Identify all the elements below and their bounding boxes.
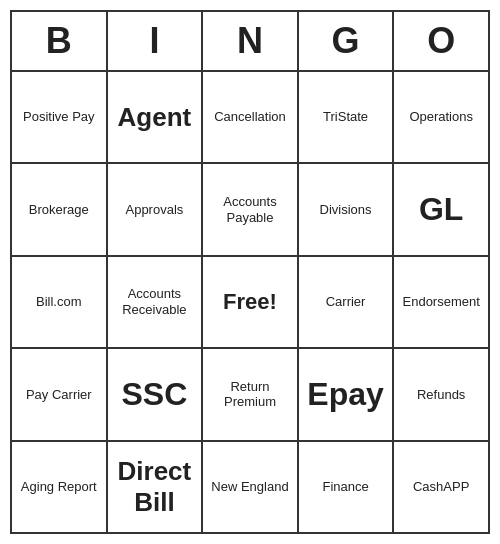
bingo-cell-0-3: TriState [299, 72, 395, 162]
bingo-cell-0-1: Agent [108, 72, 204, 162]
header-letter-n: N [203, 12, 299, 70]
bingo-row-2: Bill.comAccounts ReceivableFree!CarrierE… [12, 257, 488, 349]
bingo-cell-0-0: Positive Pay [12, 72, 108, 162]
bingo-cell-4-3: Finance [299, 442, 395, 532]
bingo-cell-1-0: Brokerage [12, 164, 108, 254]
bingo-grid: Positive PayAgentCancellationTriStateOpe… [12, 72, 488, 532]
bingo-row-3: Pay CarrierSSCReturn PremiumEpayRefunds [12, 349, 488, 441]
bingo-cell-4-4: CashAPP [394, 442, 488, 532]
bingo-row-0: Positive PayAgentCancellationTriStateOpe… [12, 72, 488, 164]
bingo-cell-2-3: Carrier [299, 257, 395, 347]
bingo-cell-0-4: Operations [394, 72, 488, 162]
bingo-header: BINGO [12, 12, 488, 72]
bingo-cell-4-1: Direct Bill [108, 442, 204, 532]
bingo-cell-4-2: New England [203, 442, 299, 532]
bingo-cell-3-2: Return Premium [203, 349, 299, 439]
bingo-cell-1-1: Approvals [108, 164, 204, 254]
bingo-cell-3-1: SSC [108, 349, 204, 439]
header-letter-i: I [108, 12, 204, 70]
bingo-cell-2-2: Free! [203, 257, 299, 347]
bingo-cell-1-3: Divisions [299, 164, 395, 254]
bingo-row-4: Aging ReportDirect BillNew EnglandFinanc… [12, 442, 488, 532]
bingo-cell-2-4: Endorsement [394, 257, 488, 347]
bingo-cell-3-0: Pay Carrier [12, 349, 108, 439]
bingo-row-1: BrokerageApprovalsAccounts PayableDivisi… [12, 164, 488, 256]
header-letter-b: B [12, 12, 108, 70]
bingo-cell-0-2: Cancellation [203, 72, 299, 162]
bingo-cell-1-2: Accounts Payable [203, 164, 299, 254]
header-letter-o: O [394, 12, 488, 70]
header-letter-g: G [299, 12, 395, 70]
bingo-card: BINGO Positive PayAgentCancellationTriSt… [10, 10, 490, 534]
bingo-cell-2-1: Accounts Receivable [108, 257, 204, 347]
bingo-cell-1-4: GL [394, 164, 488, 254]
bingo-cell-3-3: Epay [299, 349, 395, 439]
bingo-cell-3-4: Refunds [394, 349, 488, 439]
bingo-cell-2-0: Bill.com [12, 257, 108, 347]
bingo-cell-4-0: Aging Report [12, 442, 108, 532]
